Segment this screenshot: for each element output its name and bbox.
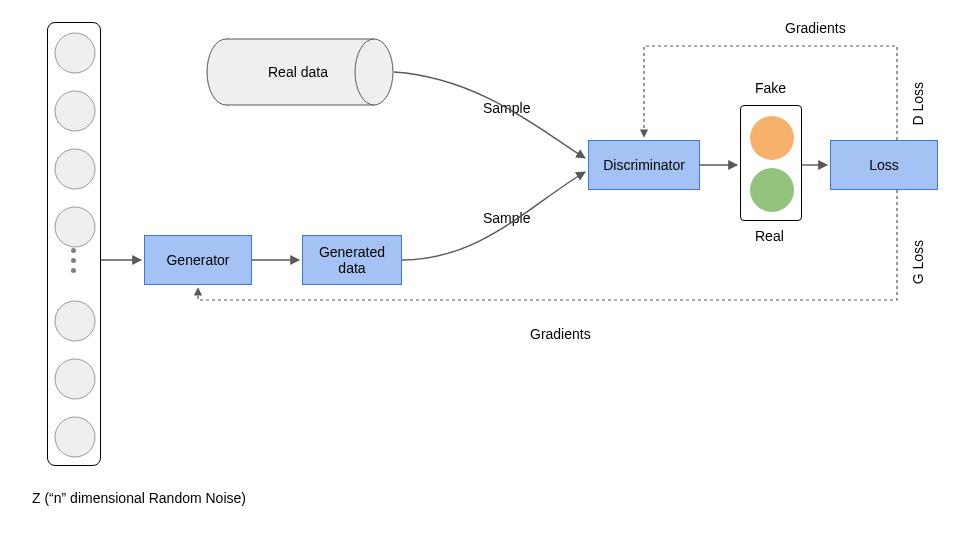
svg-point-11 bbox=[355, 39, 393, 105]
loss-label: Loss bbox=[869, 157, 899, 173]
svg-point-1 bbox=[55, 91, 95, 131]
generated-data-label: Generated data bbox=[319, 244, 385, 276]
ellipsis-dot bbox=[71, 268, 76, 273]
fake-real-panel bbox=[740, 105, 802, 221]
sample-bottom-label: Sample bbox=[483, 210, 530, 228]
ellipsis-dot bbox=[71, 258, 76, 263]
svg-point-2 bbox=[55, 149, 95, 189]
real-data-cylinder: Real data bbox=[206, 38, 394, 106]
generator-label: Generator bbox=[166, 252, 229, 268]
svg-point-0 bbox=[55, 33, 95, 73]
generated-data-box: Generated data bbox=[302, 235, 402, 285]
discriminator-box: Discriminator bbox=[588, 140, 700, 190]
loss-box: Loss bbox=[830, 140, 938, 190]
noise-vector-box bbox=[47, 22, 101, 466]
real-data-label: Real data bbox=[268, 64, 328, 82]
gradients-top-label: Gradients bbox=[785, 20, 846, 38]
svg-point-3 bbox=[55, 207, 95, 247]
discriminator-label: Discriminator bbox=[603, 157, 685, 173]
sample-top-label: Sample bbox=[483, 100, 530, 118]
z-caption: Z (“n” dimensional Random Noise) bbox=[32, 490, 246, 508]
svg-point-6 bbox=[55, 417, 95, 457]
g-loss-label: G Loss bbox=[910, 240, 926, 284]
svg-point-5 bbox=[55, 359, 95, 399]
ellipsis-dot bbox=[71, 248, 76, 253]
svg-point-4 bbox=[55, 301, 95, 341]
real-light-icon bbox=[750, 168, 794, 212]
fake-light-icon bbox=[750, 116, 794, 160]
generator-box: Generator bbox=[144, 235, 252, 285]
gradients-bottom-label: Gradients bbox=[530, 326, 591, 344]
fake-label: Fake bbox=[755, 80, 786, 98]
real-label: Real bbox=[755, 228, 784, 246]
d-loss-label: D Loss bbox=[910, 82, 926, 126]
